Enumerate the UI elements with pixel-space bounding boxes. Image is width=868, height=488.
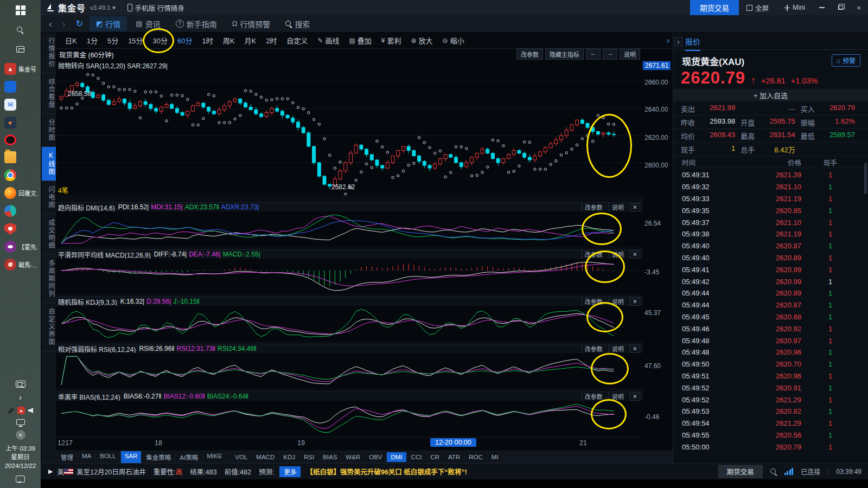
taskbar-app[interactable]	[1, 115, 40, 130]
taskbar-app[interactable]: 戰馬-...	[1, 258, 40, 272]
help-button[interactable]: 说明	[609, 344, 627, 353]
back-button[interactable]: ‹	[45, 18, 56, 30]
sub-indicator-tab[interactable]: W&R	[342, 452, 364, 462]
sub-indicator-tab[interactable]: ROC	[465, 452, 487, 462]
rsi-plot[interactable]	[56, 353, 643, 388]
help-button[interactable]: 说明	[609, 297, 627, 306]
timeframe-item[interactable]: 60分	[173, 35, 197, 46]
taskbar-app[interactable]: 集金号	[1, 62, 40, 76]
tick-table[interactable]: 05:49:31 2621.39 1 05:49:32 2621.10 1 05…	[673, 169, 868, 453]
tray-expand-icon[interactable]: ›	[19, 393, 22, 402]
sub-indicator-tab[interactable]: BIAS	[319, 452, 341, 462]
ticker-headline[interactable]: 美至12月20日周石油井	[76, 466, 146, 477]
notification-center-icon[interactable]	[16, 476, 25, 483]
sub-indicator-tab[interactable]: DMI	[387, 452, 406, 462]
main-indicator-tab[interactable]: 集金策略	[142, 451, 175, 463]
taskbar-app[interactable]	[1, 222, 40, 236]
forward-button[interactable]: ›	[58, 18, 69, 30]
chart-mode-tab[interactable]: 自定义界面	[42, 303, 56, 351]
mini-mode-button[interactable]: Mini	[776, 4, 813, 11]
close-panel-button[interactable]: ✕	[630, 251, 640, 259]
jijinhao-tray-icon[interactable]	[17, 407, 25, 414]
toolbar-more-icon[interactable]: ›	[667, 36, 673, 46]
minimize-button[interactable]	[813, 0, 831, 15]
chart-mode-tab[interactable]: 闪电图	[42, 181, 56, 214]
chart-control-button[interactable]: 隐藏主指标	[545, 49, 584, 60]
close-panel-button[interactable]: ✕	[630, 203, 640, 211]
taskbar-app[interactable]: 【霍先...	[1, 240, 40, 254]
table-scrollbar[interactable]	[864, 163, 867, 194]
chart-mode-tab[interactable]: 多周期同列	[42, 255, 56, 303]
change-params-button[interactable]: 改参数	[582, 250, 605, 259]
timeframe-item[interactable]: 2时	[261, 35, 282, 46]
ticker-play-icon[interactable]: ▶	[48, 468, 53, 475]
nav-item[interactable]: ? 新手指南	[169, 16, 224, 31]
main-indicator-tab[interactable]: AI策略	[176, 451, 202, 463]
timeframe-item[interactable]: 5分	[103, 35, 123, 46]
network-icon[interactable]	[16, 419, 25, 425]
sub-indicator-tab[interactable]: CCI	[407, 452, 426, 462]
taskbar-app[interactable]	[1, 80, 40, 94]
refresh-button[interactable]: ↻	[72, 18, 87, 29]
main-indicator-tab[interactable]: MA	[78, 451, 95, 463]
timeframe-item[interactable]: ¥ 套利	[376, 35, 406, 46]
volume-icon[interactable]	[28, 408, 33, 413]
sub-indicator-tab[interactable]: MACD	[252, 452, 278, 462]
sub-indicator-tab[interactable]: RSI	[300, 452, 318, 462]
nav-item[interactable]: Ω 行情预警	[226, 16, 277, 31]
main-indicator-tab[interactable]: SAR	[121, 451, 142, 463]
timeframe-item[interactable]: 日K	[60, 35, 82, 46]
nav-item[interactable]: 搜索	[279, 16, 316, 31]
task-view-icon[interactable]	[12, 42, 29, 56]
change-params-button[interactable]: 改参数	[582, 297, 605, 306]
close-button[interactable]: ×	[850, 0, 868, 15]
timeframe-item[interactable]: 周K	[218, 35, 240, 46]
sub-indicator-tab[interactable]: KDJ	[279, 452, 299, 462]
close-panel-button[interactable]: ✕	[630, 298, 640, 306]
sub-indicator-tab[interactable]: OBV	[365, 452, 386, 462]
taskbar-app[interactable]: 回覆文...	[1, 186, 40, 200]
taskbar-search-icon[interactable]	[12, 23, 29, 37]
fullscreen-button[interactable]: 全屏	[739, 3, 776, 13]
close-tray-icon[interactable]: ×	[16, 430, 25, 440]
macd-plot[interactable]	[56, 259, 643, 294]
change-params-button[interactable]: 改参数	[582, 392, 605, 401]
candlestick-plot[interactable]	[56, 60, 643, 195]
bias-plot[interactable]	[56, 401, 643, 436]
more-button[interactable]: 更多	[279, 466, 301, 477]
close-panel-button[interactable]: ✕	[630, 345, 640, 353]
close-panel-button[interactable]: ✕	[630, 393, 640, 401]
nav-item[interactable]: ◩ 行情	[90, 16, 127, 31]
chart-control-button[interactable]: →	[603, 49, 617, 60]
version-dropdown[interactable]: v3.49.1 ▾	[90, 4, 116, 11]
sub-indicator-tab[interactable]: CR	[426, 452, 443, 462]
taskbar-app[interactable]	[1, 150, 40, 164]
timeframe-item[interactable]: ⊕ 放大	[406, 35, 438, 46]
main-indicator-tab[interactable]: MIKE	[203, 451, 226, 463]
main-indicator-tab[interactable]: 管理	[57, 451, 77, 463]
pen-tray-icon[interactable]	[8, 407, 14, 414]
timeframe-item[interactable]: ✎ 画线	[312, 35, 344, 46]
add-watchlist-button[interactable]: + 加入自选	[673, 89, 868, 101]
timeframe-item[interactable]: 月K	[239, 35, 261, 46]
alert-button[interactable]: ⌂预警	[832, 54, 860, 67]
timeframe-item[interactable]: 15分	[123, 35, 148, 46]
chart-mode-tab[interactable]: 成交明细	[42, 214, 56, 255]
ticker-news[interactable]: 【纸白银】强势美元升破96关口 纸白银成手下“败将”!	[306, 466, 467, 477]
start-button-icon[interactable]	[12, 3, 29, 17]
taskbar-app[interactable]	[1, 204, 40, 218]
taskbar-clock[interactable]: 上午 03:39 星期日 2024/12/22	[5, 444, 36, 470]
timeframe-item[interactable]: 1时	[197, 35, 218, 46]
help-button[interactable]: 说明	[609, 250, 627, 259]
sub-indicator-tab[interactable]: MI	[488, 452, 502, 462]
kdj-plot[interactable]	[56, 306, 643, 341]
dmi-plot[interactable]	[56, 211, 643, 247]
chart-mode-tab[interactable]: 行情报价	[42, 33, 56, 73]
chart-control-button[interactable]: 说明	[620, 49, 640, 60]
timeframe-item[interactable]: ▤ 叠加	[344, 35, 376, 46]
help-button[interactable]: 说明	[609, 392, 627, 401]
statusbar-search-icon[interactable]	[770, 468, 777, 475]
restore-button[interactable]	[831, 0, 850, 15]
taskbar-app[interactable]	[1, 168, 40, 182]
nav-item[interactable]: ▤ 资讯	[129, 16, 167, 31]
